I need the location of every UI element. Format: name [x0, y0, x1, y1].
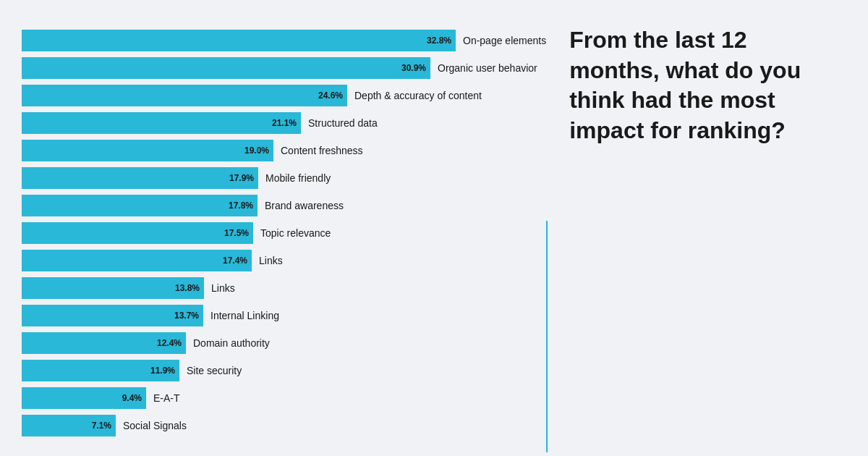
bar-wrapper: 7.1%Social Signals [22, 415, 187, 436]
bar-row: 9.4%E-A-T [22, 386, 546, 410]
bar-fill: 13.7% [22, 305, 203, 326]
bar-value-label: 19.0% [244, 145, 269, 156]
bar-value-label: 17.8% [229, 200, 253, 211]
bar-fill: 12.4% [22, 332, 186, 354]
bar-fill: 19.0% [22, 140, 273, 161]
bar-fill: 17.5% [22, 222, 253, 244]
bar-fill: 9.4% [22, 387, 146, 409]
bar-text-label: Links [259, 255, 283, 266]
bar-text-label: Organic user behavior [438, 62, 537, 74]
bar-wrapper: 17.4%Links [22, 250, 283, 271]
bar-text-label: Links [211, 282, 235, 294]
chart-container: 32.8%On-page elements30.9%Organic user b… [14, 11, 854, 445]
bar-fill: 32.8% [22, 30, 456, 51]
bar-row: 17.8%Brand awareness [22, 193, 546, 218]
bar-value-label: 12.4% [157, 338, 182, 348]
bar-value-label: 17.5% [224, 228, 249, 238]
text-section: From the last 12 months, what do you thi… [548, 25, 846, 189]
bars-section: 32.8%On-page elements30.9%Organic user b… [22, 25, 546, 438]
bar-wrapper: 30.9%Organic user behavior [22, 57, 537, 79]
chart-divider [546, 221, 548, 452]
bar-row: 13.8%Links [22, 276, 546, 300]
bar-value-label: 17.4% [223, 256, 247, 266]
bar-row: 11.9%Site security [22, 358, 546, 383]
bar-text-label: Internal Linking [210, 310, 279, 321]
bar-wrapper: 11.9%Site security [22, 360, 242, 381]
bar-row: 13.7%Internal Linking [22, 303, 546, 328]
bar-text-label: Social Signals [123, 420, 187, 431]
bar-wrapper: 13.7%Internal Linking [22, 305, 279, 326]
bar-text-label: Site security [187, 365, 242, 376]
bar-value-label: 30.9% [401, 63, 426, 73]
bar-fill: 7.1% [22, 415, 116, 436]
bar-value-label: 24.6% [318, 90, 343, 101]
bar-value-label: 13.8% [175, 283, 200, 293]
bar-value-label: 13.7% [174, 311, 199, 321]
bar-fill: 13.8% [22, 277, 204, 299]
bar-value-label: 32.8% [427, 35, 451, 46]
bar-fill: 21.1% [22, 112, 301, 134]
bar-text-label: Depth & accuracy of content [354, 90, 482, 101]
bar-row: 12.4%Domain authority [22, 331, 546, 355]
bar-wrapper: 19.0%Content freshness [22, 140, 363, 161]
bar-fill: 30.9% [22, 57, 430, 79]
bar-text-label: Topic relevance [260, 227, 331, 239]
bar-wrapper: 9.4%E-A-T [22, 387, 180, 409]
bar-wrapper: 17.5%Topic relevance [22, 222, 331, 244]
bar-row: 21.1%Structured data [22, 111, 546, 135]
bar-row: 17.5%Topic relevance [22, 221, 546, 245]
bar-wrapper: 24.6%Depth & accuracy of content [22, 85, 482, 106]
bar-value-label: 7.1% [92, 421, 111, 431]
bar-wrapper: 17.9%Mobile friendly [22, 167, 331, 189]
bar-value-label: 11.9% [150, 366, 175, 376]
bar-text-label: Brand awareness [265, 200, 344, 211]
bar-wrapper: 17.8%Brand awareness [22, 195, 344, 216]
bar-text-label: Domain authority [193, 337, 270, 349]
bar-value-label: 9.4% [122, 393, 142, 403]
bar-row: 17.9%Mobile friendly [22, 166, 546, 190]
bar-wrapper: 21.1%Structured data [22, 112, 378, 134]
bar-fill: 17.9% [22, 167, 258, 189]
bar-text-label: Structured data [308, 117, 378, 129]
bar-row: 30.9%Organic user behavior [22, 56, 546, 80]
question-text: From the last 12 months, what do you thi… [569, 25, 839, 145]
bar-wrapper: 32.8%On-page elements [22, 30, 546, 51]
bar-text-label: E-A-T [153, 392, 180, 404]
bar-fill: 24.6% [22, 85, 347, 106]
bar-fill: 17.4% [22, 250, 252, 271]
bar-value-label: 17.9% [229, 173, 254, 183]
bar-text-label: Content freshness [281, 145, 363, 156]
bar-wrapper: 13.8%Links [22, 277, 235, 299]
bar-row: 24.6%Depth & accuracy of content [22, 83, 546, 108]
bar-row: 32.8%On-page elements [22, 28, 546, 53]
bar-value-label: 21.1% [272, 118, 297, 128]
bar-fill: 11.9% [22, 360, 179, 381]
bar-fill: 17.8% [22, 195, 258, 216]
bar-text-label: Mobile friendly [265, 172, 331, 184]
bar-text-label: On-page elements [463, 35, 546, 46]
bar-wrapper: 12.4%Domain authority [22, 332, 270, 354]
bar-row: 17.4%Links [22, 248, 546, 273]
bar-row: 7.1%Social Signals [22, 413, 546, 438]
bar-row: 19.0%Content freshness [22, 138, 546, 163]
